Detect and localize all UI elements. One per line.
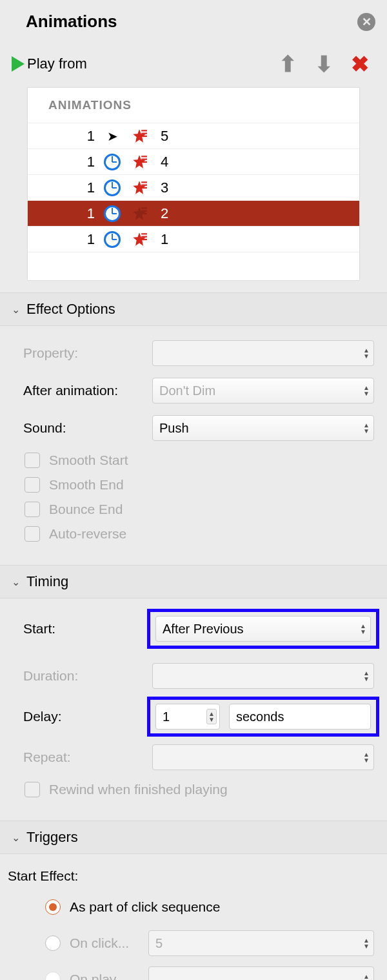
delay-stepper[interactable]: ▲▼ bbox=[206, 709, 217, 724]
svg-rect-8 bbox=[141, 187, 147, 188]
smooth-start-label: Smooth Start bbox=[49, 453, 128, 468]
panel-title: Animations bbox=[26, 12, 117, 32]
sound-label: Sound: bbox=[23, 420, 146, 436]
animation-label: 3 bbox=[157, 179, 352, 196]
start-select[interactable]: After Previous ▲▼ bbox=[155, 616, 371, 642]
svg-rect-7 bbox=[141, 184, 147, 185]
section-label: Triggers bbox=[26, 829, 78, 846]
on-click-target-select: 5 ▲▼ bbox=[148, 930, 374, 956]
svg-rect-6 bbox=[141, 181, 147, 183]
start-value: After Previous bbox=[163, 622, 244, 637]
radio-click-sequence[interactable] bbox=[45, 899, 61, 915]
svg-rect-0 bbox=[141, 130, 147, 131]
svg-rect-5 bbox=[141, 161, 147, 162]
duration-label: Duration: bbox=[23, 668, 146, 684]
repeat-label: Repeat: bbox=[23, 750, 146, 765]
section-timing[interactable]: ⌄ Timing bbox=[0, 565, 387, 598]
delete-icon: ✖ bbox=[351, 51, 369, 77]
close-icon[interactable]: ✕ bbox=[357, 13, 375, 31]
triggers-body: Start Effect: As part of click sequence … bbox=[0, 854, 387, 980]
radio-on-play-label: On play... bbox=[70, 972, 139, 980]
effect-star-icon bbox=[130, 178, 149, 198]
on-click-target-value: 5 bbox=[155, 936, 163, 951]
section-label: Effect Options bbox=[26, 301, 115, 318]
trigger-icon bbox=[103, 152, 122, 172]
delete-button[interactable]: ✖ bbox=[344, 48, 375, 79]
timing-body: Start: After Previous ▲▼ Duration: ▲▼ De… bbox=[0, 598, 387, 821]
smooth-start-checkbox bbox=[25, 453, 40, 468]
after-animation-value: Don't Dim bbox=[159, 383, 215, 398]
after-animation-select[interactable]: Don't Dim ▲▼ bbox=[152, 378, 374, 403]
svg-rect-4 bbox=[141, 158, 147, 159]
sound-select[interactable]: Push ▲▼ bbox=[152, 415, 374, 441]
duration-select: ▲▼ bbox=[152, 663, 374, 689]
on-play-target-select: ▲▼ bbox=[148, 966, 374, 980]
rewind-label: Rewind when finished playing bbox=[49, 782, 228, 797]
move-up-button[interactable]: ⬆ bbox=[272, 48, 303, 79]
animation-row[interactable]: 13 bbox=[28, 174, 359, 200]
panel-header: Animations ✕ bbox=[0, 0, 387, 37]
animation-label: 4 bbox=[157, 154, 352, 170]
bounce-end-label: Bounce End bbox=[49, 502, 123, 517]
radio-click-sequence-label: As part of click sequence bbox=[70, 899, 220, 915]
rewind-checkbox bbox=[25, 782, 40, 797]
clock-icon bbox=[104, 231, 121, 248]
svg-rect-3 bbox=[141, 156, 147, 157]
delay-unit: seconds bbox=[236, 709, 284, 724]
section-effect-options[interactable]: ⌄ Effect Options bbox=[0, 292, 387, 326]
section-label: Timing bbox=[26, 573, 68, 590]
svg-rect-1 bbox=[141, 132, 147, 134]
clock-icon bbox=[104, 205, 121, 222]
smooth-end-checkbox bbox=[25, 477, 40, 493]
arrow-down-icon: ⬇ bbox=[315, 51, 333, 77]
start-effect-label: Start Effect: bbox=[8, 868, 374, 884]
bounce-end-checkbox bbox=[25, 502, 40, 517]
radio-on-click[interactable] bbox=[45, 935, 61, 951]
radio-on-click-label: On click... bbox=[70, 935, 139, 951]
svg-rect-9 bbox=[141, 207, 147, 209]
chevron-down-icon: ⌄ bbox=[12, 576, 20, 588]
list-header: ANIMATIONS bbox=[28, 88, 359, 123]
section-triggers[interactable]: ⌄ Triggers bbox=[0, 821, 387, 854]
svg-rect-2 bbox=[141, 135, 147, 136]
smooth-end-label: Smooth End bbox=[49, 477, 124, 493]
chevron-down-icon: ⌄ bbox=[12, 832, 20, 844]
effect-star-icon bbox=[130, 204, 149, 223]
repeat-select: ▲▼ bbox=[152, 744, 374, 770]
animation-label: 1 bbox=[157, 231, 352, 248]
play-from-label: Play from bbox=[27, 56, 87, 72]
sound-value: Push bbox=[159, 421, 189, 436]
play-icon bbox=[12, 56, 25, 72]
property-select: ▲▼ bbox=[152, 340, 374, 366]
animation-row[interactable]: 12 bbox=[28, 200, 359, 226]
svg-rect-14 bbox=[141, 238, 147, 240]
animation-order: 1 bbox=[81, 231, 95, 248]
delay-highlight: 1 ▲▼ seconds bbox=[147, 697, 379, 737]
animation-order: 1 bbox=[81, 179, 95, 196]
clock-icon bbox=[104, 179, 121, 196]
animation-label: 2 bbox=[157, 205, 352, 222]
animations-list: ANIMATIONS 1➤514131211 bbox=[27, 87, 360, 281]
animation-row[interactable]: 14 bbox=[28, 148, 359, 174]
animation-row[interactable]: 1➤5 bbox=[28, 123, 359, 148]
svg-rect-13 bbox=[141, 236, 147, 237]
auto-reverse-label: Auto-reverse bbox=[49, 526, 126, 542]
animation-order: 1 bbox=[81, 154, 95, 170]
animations-toolbar: Play from ⬆ ⬇ ✖ bbox=[0, 37, 387, 87]
clock-icon bbox=[104, 154, 121, 170]
radio-on-play bbox=[45, 972, 61, 980]
delay-input[interactable]: 1 ▲▼ bbox=[155, 704, 220, 730]
effect-options-body: Property: ▲▼ After animation: Don't Dim … bbox=[0, 326, 387, 565]
animation-label: 5 bbox=[157, 128, 352, 145]
animation-row[interactable]: 11 bbox=[28, 226, 359, 252]
delay-label: Delay: bbox=[23, 709, 146, 724]
after-animation-label: After animation: bbox=[23, 383, 146, 398]
trigger-icon: ➤ bbox=[103, 127, 122, 146]
trigger-icon bbox=[103, 204, 122, 223]
animation-order: 1 bbox=[81, 205, 95, 222]
play-from-button[interactable]: Play from bbox=[12, 56, 87, 72]
arrow-up-icon: ⬆ bbox=[279, 51, 297, 77]
move-down-button[interactable]: ⬇ bbox=[308, 48, 339, 79]
trigger-icon bbox=[103, 178, 122, 198]
delay-value: 1 bbox=[163, 709, 170, 724]
